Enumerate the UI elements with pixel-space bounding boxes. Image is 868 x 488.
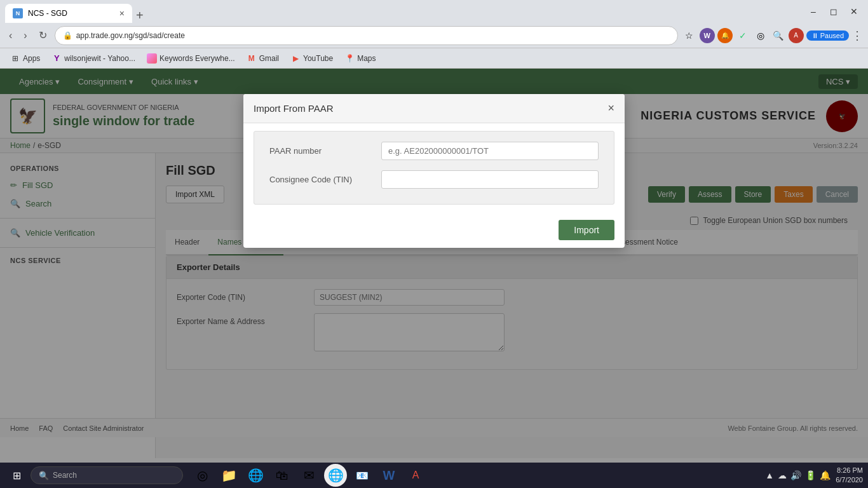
taskbar-chrome[interactable]: 🌐 bbox=[324, 464, 347, 487]
modal-header: Import From PAAR × bbox=[243, 94, 625, 123]
extension-icon1[interactable]: 🔔 bbox=[717, 28, 733, 43]
bookmark-apps-label: Apps bbox=[23, 54, 40, 63]
tray-network-icon[interactable]: ☁ bbox=[778, 470, 787, 480]
youtube-icon: ▶ bbox=[290, 53, 301, 64]
new-tab-button[interactable]: + bbox=[132, 8, 147, 23]
modal-footer: Import bbox=[243, 212, 625, 248]
modal-close-button[interactable]: × bbox=[607, 102, 614, 115]
modal-overlay: Import From PAAR × PAAR number Consignee… bbox=[0, 69, 868, 463]
apps-icon: ⊞ bbox=[10, 53, 20, 64]
bookmark-maps-label: Maps bbox=[357, 54, 376, 63]
bookmark-youtube[interactable]: ▶ YouTube bbox=[285, 51, 338, 65]
tray-battery-icon[interactable]: 🔋 bbox=[805, 470, 816, 480]
extension-icon5[interactable]: A bbox=[789, 28, 804, 43]
tray-up-arrow[interactable]: ▲ bbox=[765, 470, 774, 480]
window-controls: – ◻ ✕ bbox=[804, 3, 863, 20]
consignee-code-input[interactable] bbox=[381, 170, 599, 189]
forward-button[interactable]: › bbox=[20, 27, 31, 44]
bookmarks-bar: ⊞ Apps Y wilsonjewit - Yahoo... Keywords… bbox=[0, 48, 868, 69]
yahoo-icon: Y bbox=[51, 53, 62, 64]
taskbar-files[interactable]: 📁 bbox=[217, 464, 240, 487]
modal-title: Import From PAAR bbox=[254, 103, 334, 114]
extension-icon3[interactable]: ◎ bbox=[753, 28, 768, 43]
tab-favicon: N bbox=[13, 8, 23, 18]
paused-button[interactable]: ⏸ Paused bbox=[806, 30, 849, 41]
bookmark-gmail[interactable]: M Gmail bbox=[241, 51, 284, 65]
start-button[interactable]: ⊞ bbox=[5, 464, 28, 487]
taskbar-edge[interactable]: 🌐 bbox=[244, 464, 267, 487]
bookmark-star-icon[interactable]: ☆ bbox=[682, 28, 697, 43]
back-button[interactable]: ‹ bbox=[5, 27, 16, 44]
bookmark-apps[interactable]: ⊞ Apps bbox=[5, 51, 45, 65]
modal-body-wrapper: PAAR number Consignee Code (TIN) bbox=[243, 123, 625, 212]
system-tray-icons: ▲ ☁ 🔊 🔋 🔔 bbox=[765, 470, 831, 480]
toolbar-icons: ☆ W 🔔 ✓ ◎ 🔍 A ⏸ Paused ⋮ bbox=[682, 28, 863, 43]
taskbar: ⊞ 🔍 Search ◎ 📁 🌐 🛍 ✉ 🌐 📧 W A ▲ ☁ 🔊 🔋 🔔 8… bbox=[0, 463, 868, 488]
taskbar-clock[interactable]: 8:26 PM 6/7/2020 bbox=[836, 466, 863, 485]
import-paar-modal: Import From PAAR × PAAR number Consignee… bbox=[243, 94, 625, 248]
maximize-button[interactable]: ◻ bbox=[825, 3, 843, 20]
more-options-button[interactable]: ⋮ bbox=[851, 29, 863, 43]
active-tab[interactable]: N NCS - SGD × bbox=[5, 4, 132, 23]
tab-close-button[interactable]: × bbox=[119, 8, 125, 18]
bookmark-keywords[interactable]: Keywords Everywhe... bbox=[142, 51, 240, 65]
taskbar-right: ▲ ☁ 🔊 🔋 🔔 8:26 PM 6/7/2020 bbox=[765, 466, 863, 485]
extension-icon2[interactable]: ✓ bbox=[735, 28, 750, 43]
extension-icon4[interactable]: 🔍 bbox=[771, 28, 786, 43]
clock-time: 8:26 PM bbox=[836, 466, 863, 475]
import-button[interactable]: Import bbox=[559, 220, 614, 240]
maps-icon: 📍 bbox=[344, 53, 355, 64]
browser-titlebar: N NCS - SGD × + – ◻ ✕ bbox=[0, 0, 868, 23]
bookmark-yahoo-label: wilsonjewit - Yahoo... bbox=[64, 54, 135, 63]
consignee-code-row: Consignee Code (TIN) bbox=[269, 170, 599, 189]
page-content: Agencies ▾ Consignment ▾ Quick links ▾ N… bbox=[0, 69, 868, 463]
taskbar-mail[interactable]: ✉ bbox=[297, 464, 320, 487]
tray-notification-icon[interactable]: 🔔 bbox=[820, 470, 831, 480]
lock-icon: 🔒 bbox=[63, 31, 72, 40]
modal-body: PAAR number Consignee Code (TIN) bbox=[254, 131, 614, 205]
paar-number-row: PAAR number bbox=[269, 142, 599, 160]
address-bar[interactable]: 🔒 app.trade.gov.ng/sgd/sad/create bbox=[55, 26, 678, 45]
url-text: app.trade.gov.ng/sgd/sad/create bbox=[76, 31, 670, 40]
taskbar-outlook[interactable]: 📧 bbox=[351, 464, 374, 487]
bookmark-maps[interactable]: 📍 Maps bbox=[339, 51, 381, 65]
paused-label: Paused bbox=[820, 32, 844, 39]
tab-strip: N NCS - SGD × + bbox=[5, 0, 799, 23]
keywords-icon bbox=[147, 53, 157, 64]
taskbar-cortana[interactable]: ◎ bbox=[191, 464, 214, 487]
minimize-button[interactable]: – bbox=[804, 3, 822, 20]
taskbar-search[interactable]: 🔍 Search bbox=[31, 466, 183, 484]
paused-icon: ⏸ bbox=[811, 32, 818, 39]
taskbar-word[interactable]: W bbox=[377, 464, 400, 487]
close-button[interactable]: ✕ bbox=[845, 3, 863, 20]
tab-title: NCS - SGD bbox=[28, 9, 67, 18]
browser-toolbar: ‹ › ↻ 🔒 app.trade.gov.ng/sgd/sad/create … bbox=[0, 23, 868, 48]
taskbar-acrobat[interactable]: A bbox=[404, 464, 427, 487]
bookmark-keywords-label: Keywords Everywhe... bbox=[159, 54, 235, 63]
tray-sound-icon[interactable]: 🔊 bbox=[790, 470, 801, 480]
clock-date: 6/7/2020 bbox=[836, 475, 863, 485]
refresh-button[interactable]: ↻ bbox=[35, 27, 51, 44]
user-icon[interactable]: W bbox=[700, 28, 715, 43]
bookmark-yahoo[interactable]: Y wilsonjewit - Yahoo... bbox=[46, 51, 140, 65]
paar-number-input[interactable] bbox=[381, 142, 599, 160]
taskbar-search-icon: 🔍 bbox=[39, 471, 49, 480]
gmail-icon: M bbox=[247, 53, 257, 64]
bookmark-youtube-label: YouTube bbox=[303, 54, 333, 63]
taskbar-search-text: Search bbox=[53, 471, 77, 480]
bookmark-gmail-label: Gmail bbox=[259, 54, 279, 63]
taskbar-store[interactable]: 🛍 bbox=[271, 464, 294, 487]
consignee-code-label: Consignee Code (TIN) bbox=[269, 175, 371, 184]
paar-number-label: PAAR number bbox=[269, 146, 371, 156]
taskbar-app-icons: ◎ 📁 🌐 🛍 ✉ 🌐 📧 W A bbox=[191, 464, 427, 487]
